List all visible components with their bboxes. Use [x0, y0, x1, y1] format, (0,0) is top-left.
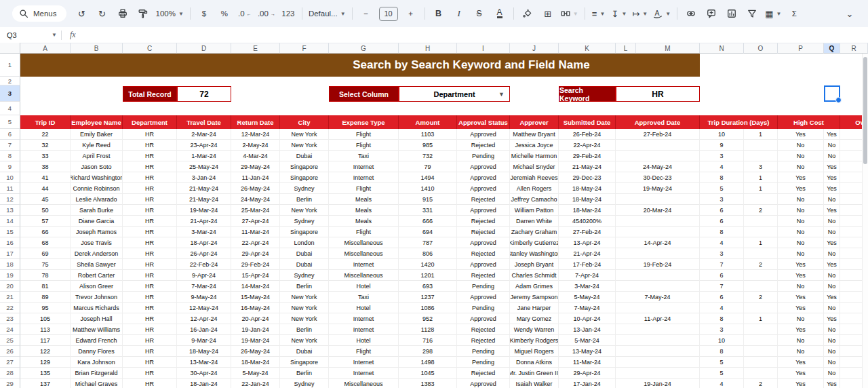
select-column-label[interactable]: Select Column [329, 86, 399, 102]
cell[interactable] [744, 194, 778, 205]
cell[interactable]: Berlin [280, 194, 329, 205]
cell[interactable]: New York [280, 140, 329, 151]
cell[interactable]: Approved [457, 205, 510, 216]
format-as-percent-button[interactable]: % [215, 5, 234, 22]
vertical-align-button[interactable]: ↧▼ [610, 5, 629, 22]
cell[interactable]: Approved [457, 313, 510, 324]
cell[interactable]: 117 [20, 335, 71, 346]
column-header-cell[interactable]: Travel Date [177, 115, 231, 129]
row-header-19[interactable]: 19 [0, 270, 20, 281]
cell[interactable]: Wendy Warren [510, 324, 559, 335]
cell[interactable]: No [778, 205, 824, 216]
cell[interactable]: 18-Mar-24 [559, 205, 616, 216]
search-keyword-label[interactable]: Search Keyword [559, 86, 616, 102]
cell[interactable]: Internet [329, 161, 399, 172]
cell[interactable]: 13-Mar-24 [177, 357, 231, 368]
cell[interactable] [616, 151, 700, 161]
cell[interactable]: Yes [824, 379, 840, 388]
cell[interactable]: Dubai [280, 346, 329, 357]
row-header-24[interactable]: 24 [0, 324, 20, 335]
cell[interactable]: 7-May-24 [559, 303, 616, 313]
cell[interactable]: Michael Snyder [510, 161, 559, 172]
row-header-13[interactable]: 13 [0, 205, 20, 216]
fill-handle[interactable] [835, 97, 842, 103]
row-header-10[interactable]: 10 [0, 172, 20, 183]
column-header-cell[interactable]: Department [123, 115, 177, 129]
decrease-decimal-places-button[interactable]: .0← [235, 5, 254, 22]
cell[interactable]: 22-Apr-24 [559, 140, 616, 151]
cell[interactable] [616, 227, 700, 237]
cell[interactable]: Taxi [329, 292, 399, 303]
collapse-toolbar-button[interactable]: ⌄ [840, 5, 859, 22]
cell[interactable]: Internet [329, 368, 399, 379]
cell[interactable] [744, 281, 778, 292]
cell[interactable]: No [778, 281, 824, 292]
cell[interactable]: Adam Grimes [510, 281, 559, 292]
cell[interactable]: Zachary Graham [510, 227, 559, 237]
more-formats-button[interactable]: 123 [279, 5, 298, 22]
cell[interactable]: 2 [744, 292, 778, 303]
cell[interactable]: 68 [20, 237, 71, 248]
row-header-18[interactable]: 18 [0, 259, 20, 270]
cell[interactable]: No [824, 324, 840, 335]
cell[interactable]: 1128 [399, 324, 457, 335]
cell[interactable]: Yes [824, 237, 840, 248]
paint-format-button[interactable] [134, 5, 153, 22]
cell[interactable]: 10 [700, 335, 744, 346]
cell[interactable]: Yes [824, 172, 840, 183]
cell[interactable]: Miscellaneous [329, 237, 399, 248]
cell[interactable]: HR [123, 281, 177, 292]
cell[interactable]: 1237 [399, 292, 457, 303]
cell[interactable] [744, 357, 778, 368]
cell[interactable]: Rejected [457, 248, 510, 259]
cell[interactable]: New York [280, 303, 329, 313]
cell[interactable]: 113 [20, 324, 71, 335]
cell[interactable]: Flight [329, 346, 399, 357]
cell[interactable]: 915 [399, 194, 457, 205]
cell[interactable]: 298 [399, 346, 457, 357]
cell[interactable]: Flight [329, 183, 399, 194]
cell[interactable]: Yes [778, 324, 824, 335]
cell[interactable]: Rejected [457, 335, 510, 346]
row-header-25[interactable]: 25 [0, 335, 20, 346]
cell[interactable] [744, 368, 778, 379]
undo-button[interactable]: ↺ [73, 5, 92, 22]
cell[interactable]: Miscellaneous [329, 379, 399, 388]
cell[interactable]: HR [123, 237, 177, 248]
cell[interactable]: 95 [20, 303, 71, 313]
cell[interactable]: 26-Apr-24 [177, 248, 231, 259]
cell[interactable]: 4 [700, 379, 744, 388]
cell[interactable]: Yes [824, 205, 840, 216]
merge-cells-button[interactable]: ▼ [559, 5, 580, 22]
cell[interactable]: No [824, 303, 840, 313]
cell[interactable]: 26-Feb-24 [559, 129, 616, 140]
cell[interactable]: 694 [399, 227, 457, 237]
cell[interactable]: 6 [700, 270, 744, 281]
column-header-cell[interactable]: Employee Name [71, 115, 123, 129]
cell[interactable]: 21-May-24 [559, 161, 616, 172]
cell[interactable]: 10 [700, 129, 744, 140]
cell[interactable] [616, 335, 700, 346]
cell[interactable]: Leslie Alvarado [71, 194, 123, 205]
cell[interactable]: Approved [457, 259, 510, 270]
cell[interactable]: 29-Feb-24 [559, 151, 616, 161]
cell[interactable]: 19-May-24 [616, 183, 700, 194]
cell[interactable]: Edward French [71, 335, 123, 346]
decrease-font-size-button[interactable]: − [357, 5, 376, 22]
cell[interactable]: HR [123, 129, 177, 140]
column-header-cell[interactable]: Trip ID [20, 115, 71, 129]
cell[interactable]: 11-Apr-24 [616, 313, 700, 324]
column-header-H[interactable]: H [399, 43, 457, 54]
cell[interactable]: Jeremiah Reeves [510, 172, 559, 183]
cell[interactable]: 19-Jan-24 [231, 324, 280, 335]
cell[interactable]: 17-Feb-24 [559, 259, 616, 270]
column-header-Q[interactable]: Q [824, 43, 840, 54]
cell[interactable]: Sarah Burke [71, 205, 123, 216]
cell[interactable] [616, 324, 700, 335]
cell[interactable]: 787 [399, 237, 457, 248]
cell[interactable]: No [824, 346, 840, 357]
fill-color-button[interactable] [518, 5, 537, 22]
cell[interactable]: 22-Apr-24 [231, 237, 280, 248]
cell[interactable]: Flight [329, 129, 399, 140]
row-header-14[interactable]: 14 [0, 216, 20, 227]
